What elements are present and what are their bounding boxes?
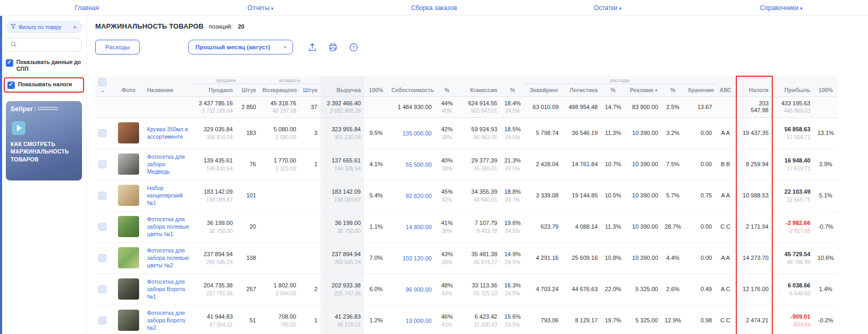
commission-pct-cell: 18.5%24.5% bbox=[500, 118, 525, 149]
returned-cell: 708.00786.00 bbox=[259, 305, 299, 334]
sold-cell: 204 735.38227 791.06 bbox=[193, 274, 236, 305]
product-name-link[interactable]: Фотосетка для забора Ворота №2 bbox=[147, 310, 189, 331]
product-photo[interactable] bbox=[118, 154, 139, 175]
period-select[interactable]: Прошлый месяц (август) ▾ bbox=[188, 40, 293, 55]
cost-link[interactable]: 14 800.00 bbox=[406, 224, 432, 230]
product-photo[interactable] bbox=[118, 122, 139, 143]
sold-qty-cell: 138 bbox=[236, 242, 259, 274]
col-header-revenue[interactable]: Выручка bbox=[321, 76, 364, 96]
commission-cell: 34 355.3948 840.91 bbox=[459, 180, 500, 211]
select-all-checkbox[interactable] bbox=[98, 78, 106, 86]
product-photo[interactable] bbox=[118, 310, 139, 331]
checkbox-checked-icon bbox=[6, 59, 13, 67]
product-name-link[interactable]: Фотосетка для забора полевые цветы №2 bbox=[147, 247, 189, 269]
row-checkbox[interactable] bbox=[98, 254, 106, 262]
profit-pct-cell: -0.7% bbox=[814, 211, 838, 242]
cost-link[interactable]: 82 820.00 bbox=[406, 193, 432, 199]
table-row: Кружка 350мл в ассортименте 329 035.8435… bbox=[95, 118, 838, 149]
col-header-commission[interactable]: Комиссия bbox=[459, 76, 500, 96]
returned-qty-cell: 3 bbox=[299, 118, 321, 149]
chevron-down-icon: ▾ bbox=[271, 6, 273, 11]
returned-cell bbox=[259, 211, 299, 242]
table-row: Фотосетка для забора полевые цветы №2 23… bbox=[95, 242, 838, 274]
col-header-100pct[interactable]: 100% bbox=[364, 76, 388, 96]
logistics-cell: 36 546.19 bbox=[562, 118, 601, 149]
col-header-ads[interactable]: Реклама▲ bbox=[625, 84, 661, 96]
checkbox-checked-icon bbox=[7, 82, 15, 89]
col-header-pct[interactable]: % bbox=[435, 76, 459, 96]
nav-item-home[interactable]: Главная bbox=[0, 4, 173, 12]
nav-item-order-assembly[interactable]: Сборка заказов bbox=[347, 4, 520, 12]
row-checkbox[interactable] bbox=[98, 223, 106, 231]
help-icon[interactable]: ? bbox=[349, 43, 358, 52]
row-checkbox[interactable] bbox=[98, 160, 106, 168]
cost-link[interactable]: 19 000.00 bbox=[406, 318, 432, 324]
col-header-name[interactable]: Название bbox=[144, 76, 193, 96]
col-header-pct[interactable]: % bbox=[661, 84, 684, 96]
print-icon[interactable] bbox=[328, 43, 337, 52]
search-box bbox=[6, 38, 82, 52]
cost-link[interactable]: 96 900.00 bbox=[406, 286, 432, 293]
row-checkbox[interactable] bbox=[98, 317, 106, 324]
logistics-pct-cell: 19.7% bbox=[601, 305, 625, 334]
revenue-pct-cell: 5.4% bbox=[364, 180, 388, 211]
cost-link[interactable]: 135 000.00 bbox=[403, 130, 432, 137]
product-name-link[interactable]: Фотосетка для забора Ворота №1 bbox=[147, 278, 189, 300]
storage-cell: 0.00 bbox=[684, 211, 715, 242]
col-header-abc[interactable]: АВС bbox=[715, 76, 736, 96]
col-header-logistics[interactable]: Логистика bbox=[562, 84, 601, 96]
play-button-icon[interactable] bbox=[12, 121, 25, 135]
row-checkbox[interactable] bbox=[98, 285, 106, 293]
col-header-qty[interactable]: Штук bbox=[299, 84, 321, 96]
commission-pct-cell: 21.3%24.5% bbox=[500, 149, 525, 180]
product-photo[interactable] bbox=[118, 185, 139, 206]
product-photo[interactable] bbox=[118, 247, 139, 268]
product-name-link[interactable]: Набор канцелярский №1 bbox=[147, 185, 189, 206]
product-photo[interactable] bbox=[118, 278, 139, 300]
product-search-input[interactable] bbox=[20, 41, 77, 49]
export-icon[interactable] bbox=[308, 43, 317, 52]
profit-pct-cell: 1.4% bbox=[814, 274, 838, 305]
filter-icon bbox=[11, 24, 16, 30]
sold-qty-cell: 20 bbox=[236, 211, 259, 242]
col-header-qty[interactable]: Штук bbox=[236, 84, 259, 96]
col-header-taxes[interactable]: Налоги bbox=[736, 76, 772, 96]
product-name-link[interactable]: Кружка 350мл в ассортименте bbox=[147, 126, 189, 140]
chevron-down-icon[interactable]: ⌄ bbox=[100, 87, 105, 93]
checkbox-show-taxes[interactable]: Показывать налоги bbox=[7, 81, 80, 89]
col-header-pct[interactable]: % bbox=[601, 84, 625, 96]
expenses-button[interactable]: Расходы bbox=[95, 40, 140, 55]
nav-item-stock[interactable]: Остатки▾ bbox=[521, 4, 695, 12]
expand-arrow-icon[interactable]: ▶ bbox=[74, 24, 77, 30]
col-header-acquiring[interactable]: Эквайринг bbox=[525, 84, 562, 96]
table-row: Фотосетка для забора полевые цветы №1 36… bbox=[95, 211, 838, 242]
checkbox-show-spp-data[interactable]: Показывать данные до СПП bbox=[6, 59, 82, 73]
col-header-cost[interactable]: Себестоимость bbox=[388, 76, 435, 96]
col-header-profit[interactable]: Прибыль bbox=[772, 76, 814, 96]
commission-pct-cell: 14.9%24.5% bbox=[500, 242, 525, 274]
col-header-storage[interactable]: Хранение bbox=[684, 84, 715, 96]
group-header-sales: продажи bbox=[193, 76, 259, 84]
nav-item-directories[interactable]: Справочники▾ bbox=[695, 4, 868, 12]
product-name-link[interactable]: Фотосетка для забора Медведь bbox=[147, 154, 189, 175]
returned-cell: 1 770.002 325.00 bbox=[259, 149, 299, 180]
product-filter-button[interactable]: Фильтр по товару ▶ bbox=[6, 21, 82, 33]
promo-video-banner[interactable]: Sellper КАК СМОТРЕТЬ МАРЖИНАЛЬНОСТЬ ТОВА… bbox=[6, 101, 82, 180]
row-checkbox[interactable] bbox=[98, 129, 106, 137]
revenue-cell: 183 142.09198 089.87 bbox=[321, 180, 364, 211]
commission-cell: 35 481.3866 074.27 bbox=[459, 242, 500, 274]
product-photo[interactable] bbox=[118, 216, 139, 237]
col-header-sold[interactable]: Продано bbox=[193, 84, 236, 96]
page-title: МАРЖИНАЛЬНОСТЬ ТОВАРОВ bbox=[95, 22, 204, 30]
col-header-returned[interactable]: Возвращено bbox=[259, 84, 299, 96]
col-header-100pct[interactable]: 100% bbox=[814, 76, 838, 96]
cost-link[interactable]: 55 500.00 bbox=[406, 161, 432, 168]
abc-cell: A C bbox=[715, 274, 736, 305]
taxes-checkbox-highlight: Показывать налоги bbox=[4, 77, 84, 93]
col-header-pct[interactable]: % bbox=[500, 76, 525, 96]
row-checkbox[interactable] bbox=[98, 192, 106, 200]
taxes-cell: 8 259.94 bbox=[736, 149, 772, 180]
nav-item-reports[interactable]: Отчеты▾ bbox=[173, 4, 347, 12]
cost-link[interactable]: 102 120.00 bbox=[403, 255, 432, 261]
product-name-link[interactable]: Фотосетка для забора полевые цветы №1 bbox=[147, 216, 189, 238]
